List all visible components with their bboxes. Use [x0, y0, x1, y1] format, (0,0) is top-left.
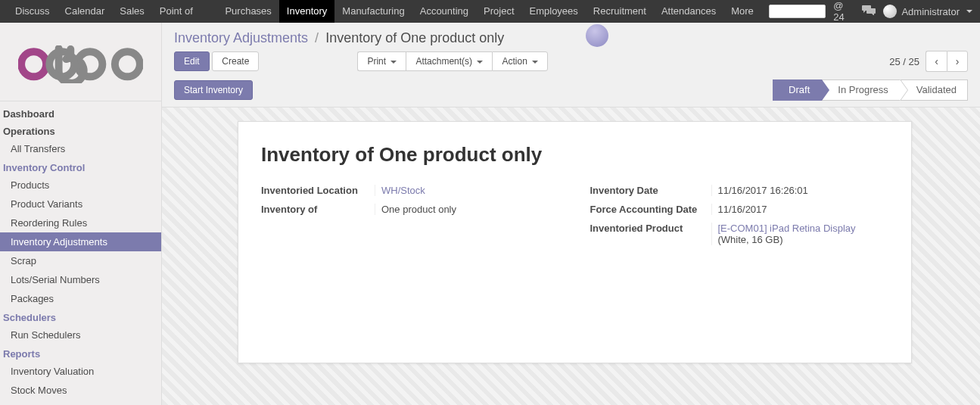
- start-inventory-button[interactable]: Start Inventory: [174, 80, 253, 100]
- form-left-column: Inventoried Location WH/Stock Inventory …: [261, 185, 560, 253]
- nav-discuss[interactable]: Discuss: [8, 0, 58, 23]
- nav-purchases[interactable]: Purchases: [217, 0, 278, 23]
- sidebar-item-product-variants[interactable]: Product Variants: [0, 195, 161, 213]
- sidebar-item-scrap[interactable]: Scrap: [0, 251, 161, 270]
- page-title: Inventory of One product only: [261, 143, 888, 167]
- user-name: Administrator: [901, 6, 960, 17]
- label-force-date: Force Accounting Date: [590, 204, 711, 215]
- search-input[interactable]: [769, 5, 826, 18]
- navbar-menu: Discuss Calendar Sales Point of Sale Pur…: [8, 0, 769, 23]
- action-label: Action: [502, 56, 527, 67]
- form-sheet: Inventory of One product only Inventorie…: [238, 121, 912, 363]
- label-inventory-of: Inventory of: [261, 204, 375, 215]
- label-location: Inventoried Location: [261, 185, 375, 196]
- product-link[interactable]: [E-COM01] iPad Retina Display: [718, 223, 856, 234]
- chevron-down-icon: [477, 61, 483, 64]
- breadcrumb-separator: /: [315, 30, 319, 45]
- sidebar-operations-header: Operations: [0, 122, 161, 139]
- messaging-count: 24: [833, 11, 844, 23]
- status-in-progress[interactable]: In Progress: [822, 79, 901, 101]
- logo: [0, 23, 161, 101]
- sidebar-item-all-transfers[interactable]: All Transfers: [0, 139, 161, 158]
- top-navbar: Discuss Calendar Sales Point of Sale Pur…: [0, 0, 980, 23]
- pager: 25 / 25 ‹ ›: [889, 51, 968, 72]
- notification-drop-icon[interactable]: [586, 24, 608, 47]
- sidebar-schedulers-header: Schedulers: [0, 308, 161, 326]
- edit-button[interactable]: Edit: [174, 51, 210, 71]
- status-in-progress-label: In Progress: [838, 84, 888, 95]
- messaging-badge[interactable]: @ 24: [833, 0, 854, 23]
- status-validated[interactable]: Validated: [901, 79, 968, 101]
- nav-project[interactable]: Project: [476, 0, 521, 23]
- sidebar-item-inventory-adjustments[interactable]: Inventory Adjustments: [0, 232, 161, 251]
- print-label: Print: [367, 56, 386, 67]
- sidebar-dashboard[interactable]: Dashboard: [0, 104, 161, 122]
- sidebar-reports-header: Reports: [0, 344, 161, 362]
- nav-attendances[interactable]: Attendances: [654, 0, 723, 23]
- chevron-down-icon: [966, 10, 972, 13]
- attachments-label: Attachment(s): [415, 56, 472, 67]
- nav-accounting[interactable]: Accounting: [412, 0, 476, 23]
- sidebar: Dashboard Operations All Transfers Inven…: [0, 23, 162, 405]
- nav-recruitment[interactable]: Recruitment: [586, 0, 654, 23]
- status-draft-label: Draft: [789, 84, 810, 95]
- pager-value[interactable]: 25 / 25: [889, 56, 919, 67]
- sidebar-item-reordering-rules[interactable]: Reordering Rules: [0, 213, 161, 232]
- sidebar-item-lots-serial[interactable]: Lots/Serial Numbers: [0, 270, 161, 289]
- odoo-logo-icon: [18, 45, 143, 83]
- breadcrumb-parent[interactable]: Inventory Adjustments: [174, 30, 308, 45]
- form-right-column: Inventory Date 11/16/2017 16:26:01 Force…: [590, 185, 889, 253]
- breadcrumb-current: Inventory of One product only: [325, 30, 504, 45]
- svg-point-0: [21, 51, 46, 76]
- create-button[interactable]: Create: [212, 51, 259, 71]
- navbar-right: @ 24 Administrator: [769, 0, 972, 23]
- label-date: Inventory Date: [590, 185, 711, 196]
- svg-point-2: [115, 51, 140, 76]
- nav-manufacturing[interactable]: Manufacturing: [334, 0, 412, 23]
- svg-rect-4: [67, 45, 74, 61]
- nav-more-label: More: [731, 5, 754, 17]
- chevron-down-icon: [390, 61, 397, 64]
- nav-employees[interactable]: Employees: [522, 0, 586, 23]
- value-date: 11/16/2017 16:26:01: [711, 185, 889, 196]
- attachments-dropdown[interactable]: Attachment(s): [406, 51, 492, 71]
- sidebar-inventory-control-header: Inventory Control: [0, 158, 161, 176]
- status-draft[interactable]: Draft: [773, 79, 823, 101]
- sidebar-dropdowns: Print Attachment(s) Action: [357, 51, 548, 71]
- value-inventory-of: One product only: [375, 204, 560, 215]
- nav-pos[interactable]: Point of Sale: [152, 0, 218, 23]
- chevron-down-icon: [532, 61, 538, 64]
- value-force-date: 11/16/2017: [711, 204, 889, 215]
- product-variant: (White, 16 GB): [718, 234, 783, 245]
- sidebar-item-products[interactable]: Products: [0, 176, 161, 195]
- content-area: Inventory Adjustments / Inventory of One…: [162, 23, 980, 405]
- sidebar-item-inventory-valuation[interactable]: Inventory Valuation: [0, 362, 161, 381]
- sidebar-item-stock-moves[interactable]: Stock Moves: [0, 381, 161, 400]
- user-menu[interactable]: Administrator: [883, 5, 972, 18]
- pager-prev-button[interactable]: ‹: [926, 51, 947, 72]
- statusbar: Draft In Progress Validated: [773, 79, 968, 101]
- status-validated-label: Validated: [916, 84, 957, 95]
- action-dropdown[interactable]: Action: [492, 51, 548, 71]
- nav-calendar[interactable]: Calendar: [58, 0, 113, 23]
- nav-more[interactable]: More: [723, 0, 769, 23]
- label-product: Inventoried Product: [590, 223, 711, 245]
- action-buttons-left: Edit Create Print Attachment(s) Action: [174, 51, 548, 71]
- value-product: [E-COM01] iPad Retina Display (White, 16…: [711, 223, 889, 245]
- avatar-icon: [883, 5, 897, 18]
- sidebar-item-run-schedulers[interactable]: Run Schedulers: [0, 326, 161, 344]
- print-dropdown[interactable]: Print: [357, 51, 406, 71]
- value-location[interactable]: WH/Stock: [381, 185, 425, 196]
- nav-inventory[interactable]: Inventory: [279, 0, 334, 23]
- chat-icon[interactable]: [862, 5, 876, 18]
- breadcrumb: Inventory Adjustments / Inventory of One…: [174, 30, 504, 46]
- nav-sales[interactable]: Sales: [112, 0, 152, 23]
- pager-next-button[interactable]: ›: [947, 51, 968, 72]
- sidebar-item-packages[interactable]: Packages: [0, 289, 161, 308]
